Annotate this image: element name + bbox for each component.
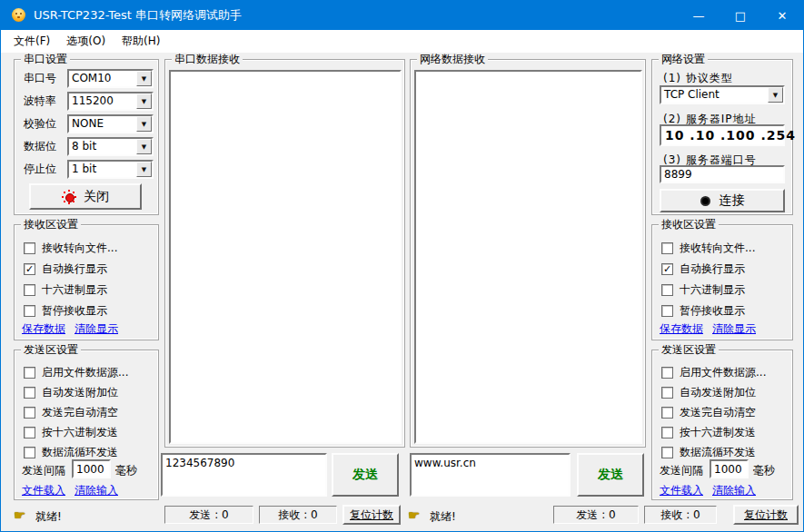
checkbox-icon[interactable] (24, 447, 35, 458)
app-logo-icon (11, 8, 26, 23)
checkbox-receive-to-file-serial[interactable]: 接收转向文件... (24, 241, 117, 255)
checkbox-file-source-serial[interactable]: 启用文件数据源... (24, 366, 128, 379)
save-data-link-network[interactable]: 保存数据 (660, 321, 703, 337)
network-receive-settings-group: 接收区设置 接收转向文件... ✓ 自动换行显示 十六进制显示 暂停接收显示 保… (651, 224, 793, 340)
checkbox-auto-append-network[interactable]: 自动发送附加位 (661, 386, 756, 399)
dropdown-arrow-icon[interactable]: ▼ (136, 116, 152, 132)
checkbox-icon[interactable] (24, 242, 35, 254)
clear-display-link-serial[interactable]: 清除显示 (74, 321, 118, 337)
serial-send-count: 发送 : 0 (164, 506, 253, 524)
checkbox-icon[interactable] (24, 407, 35, 419)
network-receive-title: 网络数据接收 (417, 53, 488, 65)
baud-rate-select[interactable]: 115200 ▼ (67, 92, 154, 111)
checkbox-icon[interactable] (661, 284, 673, 296)
serial-receive-area[interactable] (169, 70, 402, 444)
checkbox-icon[interactable] (661, 427, 673, 438)
serial-send-input[interactable] (161, 453, 327, 497)
save-data-link-serial[interactable]: 保存数据 (22, 321, 65, 337)
checkbox-icon[interactable] (24, 427, 35, 438)
checkbox-icon[interactable] (24, 367, 35, 379)
checkbox-file-source-network[interactable]: 启用文件数据源... (661, 366, 766, 379)
checkbox-receive-to-file-network[interactable]: 接收转向文件... (661, 241, 755, 255)
send-interval-input-network[interactable] (710, 459, 749, 478)
checkbox-auto-append-serial[interactable]: 自动发送附加位 (24, 386, 118, 399)
network-connect-button[interactable]: 连接 (660, 189, 785, 212)
network-status-ready: 就绪! (430, 509, 456, 525)
serial-send-button[interactable]: 发送 (332, 453, 399, 497)
checkbox-icon[interactable]: ✓ (24, 263, 35, 275)
network-send-button[interactable]: 发送 (577, 453, 644, 497)
checkbox-loop-send-serial[interactable]: 数据流循环发送 (24, 446, 118, 459)
network-receive-area[interactable] (414, 70, 642, 444)
send-interval-input[interactable] (72, 459, 111, 478)
clear-input-link-serial[interactable]: 清除输入 (74, 483, 118, 498)
checkbox-icon[interactable] (661, 305, 673, 317)
network-settings-title: 网络设置 (659, 53, 708, 65)
checkbox-auto-wrap-serial[interactable]: ✓ 自动换行显示 (24, 262, 107, 276)
protocol-type-label: (1) 协议类型 (663, 71, 733, 86)
menu-bar: 文件(F) 选项(O) 帮助(H) (1, 30, 803, 53)
checkbox-pause-receive-serial[interactable]: 暂停接收显示 (24, 304, 107, 318)
menu-file[interactable]: 文件(F) (5, 32, 58, 51)
send-interval-unit: 毫秒 (753, 463, 775, 478)
menu-help[interactable]: 帮助(H) (114, 32, 168, 51)
receive-settings-title: 接收区设置 (21, 218, 81, 231)
title-bar: USR-TCP232-Test 串口转网络调试助手 — □ ✕ (1, 1, 803, 30)
serial-port-select[interactable]: COM10 ▼ (67, 69, 154, 88)
network-send-input[interactable] (410, 453, 571, 497)
checkbox-icon[interactable] (661, 242, 673, 254)
serial-port-label: 串口号 (24, 71, 56, 86)
checkbox-auto-wrap-network[interactable]: ✓ 自动换行显示 (661, 262, 745, 276)
parity-label: 校验位 (24, 116, 56, 132)
dropdown-arrow-icon[interactable]: ▼ (136, 94, 152, 109)
checkbox-clear-after-send-serial[interactable]: 发送完自动清空 (24, 406, 118, 419)
app-window: USR-TCP232-Test 串口转网络调试助手 — □ ✕ 文件(F) 选项… (0, 0, 804, 532)
checkbox-icon[interactable] (661, 387, 673, 399)
serial-reset-count-button[interactable]: 复位计数 (342, 505, 401, 525)
checkbox-hex-display-network[interactable]: 十六进制显示 (661, 283, 745, 297)
send-settings-title: 发送区设置 (21, 343, 81, 356)
checkbox-hex-send-serial[interactable]: 按十六进制发送 (24, 426, 118, 439)
send-interval-unit: 毫秒 (115, 463, 137, 478)
checkbox-hex-display-serial[interactable]: 十六进制显示 (24, 283, 107, 297)
dropdown-arrow-icon[interactable]: ▼ (768, 87, 783, 103)
checkbox-icon[interactable] (661, 367, 673, 379)
checkbox-icon[interactable] (24, 387, 35, 399)
load-file-link-serial[interactable]: 文件载入 (22, 483, 65, 498)
checkbox-icon[interactable] (661, 447, 673, 458)
serial-settings-title: 串口设置 (21, 53, 70, 65)
network-receive-group: 网络数据接收 (410, 59, 646, 448)
serial-recv-count: 接收 : 0 (259, 506, 337, 524)
serial-close-button[interactable]: 关闭 (29, 183, 142, 210)
maximize-icon[interactable]: □ (720, 1, 761, 30)
checkbox-icon[interactable]: ✓ (661, 263, 673, 275)
parity-select[interactable]: NONE ▼ (67, 114, 154, 133)
stop-bits-label: 停止位 (24, 162, 56, 177)
checkbox-pause-receive-network[interactable]: 暂停接收显示 (661, 304, 745, 318)
menu-options[interactable]: 选项(O) (58, 32, 114, 51)
server-port-input[interactable] (660, 165, 785, 183)
dropdown-arrow-icon[interactable]: ▼ (136, 71, 152, 86)
dropdown-arrow-icon[interactable]: ▼ (136, 162, 152, 177)
data-bits-select[interactable]: 8 bit ▼ (67, 137, 154, 156)
protocol-type-select[interactable]: TCP Client ▼ (660, 85, 785, 104)
serial-send-settings-group: 发送区设置 启用文件数据源... 自动发送附加位 发送完自动清空 按十六进制发送… (14, 350, 159, 500)
send-interval-label: 发送间隔 (22, 463, 65, 478)
server-ip-input[interactable]: 10 .10 .100 .254 (660, 124, 785, 146)
checkbox-icon[interactable] (24, 284, 35, 296)
network-send-count: 发送 : 0 (553, 506, 639, 524)
dropdown-arrow-icon[interactable]: ▼ (136, 139, 152, 154)
checkbox-hex-send-network[interactable]: 按十六进制发送 (661, 426, 756, 439)
checkbox-clear-after-send-network[interactable]: 发送完自动清空 (661, 406, 756, 419)
checkbox-icon[interactable] (661, 407, 673, 419)
close-icon[interactable]: ✕ (761, 1, 803, 30)
load-file-link-network[interactable]: 文件载入 (660, 483, 703, 498)
clear-display-link-network[interactable]: 清除显示 (712, 321, 756, 337)
stop-bits-select[interactable]: 1 bit ▼ (67, 160, 154, 179)
network-recv-count: 接收 : 0 (644, 506, 717, 524)
minimize-icon[interactable]: — (678, 1, 720, 30)
network-reset-count-button[interactable]: 复位计数 (733, 505, 799, 525)
checkbox-icon[interactable] (24, 305, 35, 317)
clear-input-link-network[interactable]: 清除输入 (712, 483, 756, 498)
checkbox-loop-send-network[interactable]: 数据流循环发送 (661, 446, 756, 459)
